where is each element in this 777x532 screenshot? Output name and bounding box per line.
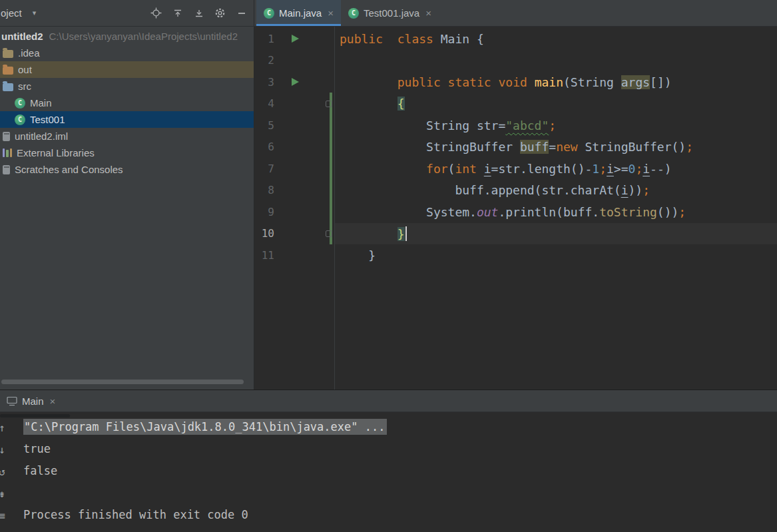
file-icon bbox=[3, 132, 10, 141]
excluded-folder-icon bbox=[3, 67, 13, 75]
line-number: 9 bbox=[254, 206, 274, 218]
gutter bbox=[274, 180, 334, 202]
project-panel-header: oject ▾ bbox=[0, 0, 254, 26]
code-text: System.out.println(buff.toString()); bbox=[334, 205, 686, 219]
collapse-all-icon[interactable] bbox=[172, 7, 183, 19]
tree-item-label: .idea bbox=[18, 47, 40, 59]
expand-all-icon[interactable] bbox=[193, 7, 204, 19]
tree-item-label: Main bbox=[30, 97, 52, 109]
class-icon: C bbox=[348, 8, 359, 19]
locate-icon[interactable] bbox=[150, 7, 162, 19]
scroll-to-end-icon[interactable]: ⇟ bbox=[0, 483, 9, 505]
top-bar: oject ▾ CMain.java×CTest001.java× bbox=[0, 0, 777, 27]
fold-marker[interactable] bbox=[326, 230, 332, 237]
editor-line-6[interactable]: 6 StringBuffer buff=new StringBuffer(); bbox=[254, 136, 777, 158]
console-toolbar: ↑↓↺⇟≡⇊ bbox=[0, 417, 9, 532]
project-tree-rows: untitled2C:\Users\yanyanyan\IdeaProjects… bbox=[0, 28, 254, 178]
line-number: 3 bbox=[254, 76, 274, 89]
editor-line-3[interactable]: 3 public static void main(String args[]) bbox=[254, 71, 777, 93]
close-icon[interactable]: × bbox=[50, 396, 56, 406]
tree-item-external-libraries[interactable]: External Libraries bbox=[0, 144, 254, 161]
editor-line-1[interactable]: 1public class Main { bbox=[254, 28, 777, 50]
editor-line-8[interactable]: 8 buff.append(str.charAt(i)); bbox=[254, 180, 777, 202]
project-horizontal-scrollbar[interactable] bbox=[1, 380, 244, 384]
chevron-down-icon: ▾ bbox=[33, 9, 37, 17]
console-line[interactable]: true bbox=[23, 438, 777, 460]
tree-item-path: C:\Users\yanyanyan\IdeaProjects\untitled… bbox=[49, 31, 238, 42]
editor-line-5[interactable]: 5 String str="abcd"; bbox=[254, 115, 777, 136]
editor-line-2[interactable]: 2 bbox=[254, 50, 777, 72]
code-text: String str="abcd"; bbox=[334, 119, 556, 133]
source-folder-icon bbox=[3, 83, 13, 91]
class-icon: C bbox=[15, 115, 25, 125]
tree-item-untitled2[interactable]: untitled2C:\Users\yanyanyan\IdeaProjects… bbox=[0, 28, 254, 45]
prev-occurrence-icon[interactable]: ↑ bbox=[0, 417, 9, 439]
run-button[interactable] bbox=[292, 78, 299, 86]
console-line[interactable]: "C:\Program Files\Java\jdk1.8.0_341\bin\… bbox=[23, 416, 777, 438]
hide-panel-icon[interactable] bbox=[236, 7, 247, 19]
tree-item-label: Scratches and Consoles bbox=[15, 164, 123, 175]
editor-tab-main-java[interactable]: CMain.java× bbox=[256, 0, 341, 26]
tree-item-label: untitled2 bbox=[1, 31, 43, 42]
console-line[interactable]: Process finished with exit code 0 bbox=[23, 504, 777, 526]
fold-marker[interactable] bbox=[326, 101, 332, 107]
tree-item-src[interactable]: src bbox=[0, 78, 254, 95]
editor-tab-bar: CMain.java×CTest001.java× bbox=[254, 0, 777, 26]
line-number: 2 bbox=[254, 54, 274, 67]
editor-line-7[interactable]: 7 for(int i=str.length()-1;i>=0;i--) bbox=[254, 158, 777, 180]
editor-line-11[interactable]: 11 } bbox=[254, 244, 777, 266]
console-output[interactable]: ↑↓↺⇟≡⇊ "C:\Program Files\Java\jdk1.8.0_3… bbox=[0, 412, 777, 526]
project-toolbar bbox=[150, 7, 247, 19]
close-icon[interactable]: × bbox=[425, 8, 431, 18]
tab-label: Main.java bbox=[279, 7, 322, 19]
run-button[interactable] bbox=[292, 35, 299, 43]
class-icon: C bbox=[15, 98, 25, 109]
line-number: 8 bbox=[254, 184, 274, 196]
folder-icon bbox=[3, 50, 13, 58]
gutter bbox=[274, 115, 334, 136]
tree-item-test001[interactable]: CTest001 bbox=[0, 111, 254, 128]
tree-item-label: Test001 bbox=[30, 114, 65, 125]
line-number: 4 bbox=[254, 97, 274, 110]
editor-line-10[interactable]: 10 } bbox=[254, 223, 777, 245]
code-text: public class Main { bbox=[334, 32, 484, 46]
code-text: } bbox=[334, 226, 407, 241]
gutter bbox=[274, 28, 334, 50]
tree-item-untitled2-iml[interactable]: untitled2.iml bbox=[0, 128, 254, 144]
line-number: 11 bbox=[254, 249, 274, 262]
gutter bbox=[274, 71, 334, 93]
line-number: 10 bbox=[254, 227, 274, 240]
gutter bbox=[274, 223, 334, 245]
tree-item-main[interactable]: CMain bbox=[0, 95, 254, 111]
project-view-label: oject bbox=[1, 7, 22, 19]
next-occurrence-icon[interactable]: ↓ bbox=[0, 439, 9, 461]
class-icon: C bbox=[264, 8, 274, 19]
editor-tab-test001-java[interactable]: CTest001.java× bbox=[341, 0, 439, 26]
tree-item-scratches-and-consoles[interactable]: Scratches and Consoles bbox=[0, 161, 254, 178]
settings-icon[interactable] bbox=[214, 7, 226, 19]
console-tab-main[interactable]: Main × bbox=[7, 396, 55, 407]
code-text: { bbox=[334, 97, 405, 111]
tree-item-idea[interactable]: .idea bbox=[0, 45, 254, 61]
console-lines: "C:\Program Files\Java\jdk1.8.0_341\bin\… bbox=[23, 416, 777, 526]
console-line[interactable]: false bbox=[23, 460, 777, 482]
tree-item-label: External Libraries bbox=[17, 147, 95, 158]
console-line[interactable] bbox=[23, 482, 777, 504]
rerun-icon[interactable]: ↺ bbox=[0, 461, 9, 483]
gutter bbox=[274, 158, 334, 180]
libraries-icon bbox=[3, 148, 12, 157]
soft-wrap-icon[interactable]: ≡ bbox=[0, 505, 9, 527]
editor-line-4[interactable]: 4 { bbox=[254, 93, 777, 115]
tree-item-label: src bbox=[18, 81, 31, 92]
console-tab-label: Main bbox=[22, 396, 44, 407]
file-icon bbox=[3, 165, 10, 174]
text-caret bbox=[405, 226, 407, 241]
close-icon[interactable]: × bbox=[328, 8, 334, 18]
run-console: Main × ↑↓↺⇟≡⇊ "C:\Program Files\Java\jdk… bbox=[0, 390, 777, 532]
code-editor[interactable]: 1public class Main {23 public static voi… bbox=[254, 27, 777, 390]
project-view-dropdown[interactable]: oject ▾ bbox=[0, 7, 36, 19]
clear-all-icon[interactable]: ⇊ bbox=[0, 527, 9, 532]
editor-line-9[interactable]: 9 System.out.println(buff.toString()); bbox=[254, 201, 777, 223]
editor-lines: 1public class Main {23 public static voi… bbox=[254, 28, 777, 266]
tree-item-out[interactable]: out bbox=[0, 61, 254, 78]
